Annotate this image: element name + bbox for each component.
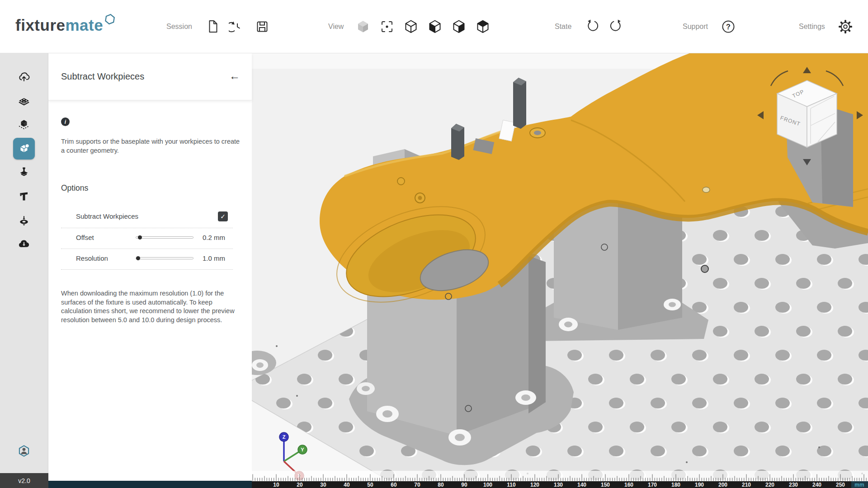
workpiece-on-plate-icon bbox=[18, 118, 30, 131]
options-heading: Options bbox=[61, 183, 88, 193]
undo-icon bbox=[583, 18, 600, 35]
ruler-number: 210 bbox=[742, 482, 751, 488]
ruler-number: 230 bbox=[789, 482, 798, 488]
supports-icon bbox=[18, 166, 30, 178]
top-view-button[interactable] bbox=[474, 18, 492, 36]
history-icon bbox=[229, 18, 246, 35]
ruler-number: 150 bbox=[601, 482, 610, 488]
session-label: Session bbox=[166, 23, 192, 31]
sidebar-item-subtract-workpieces[interactable] bbox=[13, 138, 35, 160]
redo-icon bbox=[608, 18, 625, 35]
ruler-number: 200 bbox=[718, 482, 727, 488]
top-toolbar: fixturemate Session bbox=[0, 0, 868, 53]
iso-cube-icon bbox=[402, 18, 420, 35]
sidebar-item-export[interactable] bbox=[13, 233, 35, 255]
ruler-number: 60 bbox=[391, 482, 397, 488]
logo-text-mate: mate bbox=[65, 16, 103, 34]
ruler-number: 250 bbox=[836, 482, 845, 488]
viewport-canvas[interactable]: TOP FRONT bbox=[252, 53, 868, 488]
subtract-workpieces-row: Subtract Workpieces ✓ bbox=[48, 207, 252, 227]
fit-view-button[interactable] bbox=[378, 18, 396, 36]
ruler-number: 160 bbox=[624, 482, 633, 488]
view-group: View bbox=[328, 0, 492, 53]
support-group: Support ? bbox=[683, 0, 737, 53]
offset-slider-track[interactable] bbox=[136, 236, 193, 239]
ruler-number: 170 bbox=[648, 482, 657, 488]
settings-group: Settings bbox=[799, 0, 854, 53]
ruler-number: 100 bbox=[483, 482, 492, 488]
ruler-number: 40 bbox=[344, 482, 350, 488]
resolution-slider-track[interactable] bbox=[136, 257, 193, 259]
version-bar: v2.0 bbox=[0, 473, 48, 488]
resolution-row: Resolution 1.0 mm bbox=[48, 249, 252, 269]
shading-mode-button[interactable] bbox=[354, 18, 372, 36]
ruler: 1020304050607080901001101201301401501601… bbox=[252, 471, 868, 488]
back-button[interactable]: ← bbox=[229, 70, 240, 82]
save-session-button[interactable] bbox=[253, 18, 271, 36]
viewport[interactable]: TOP FRONT bbox=[252, 53, 868, 488]
ruler-number: 120 bbox=[530, 482, 539, 488]
divider bbox=[61, 269, 233, 270]
offset-value: 0.2 mm bbox=[189, 234, 225, 241]
ruler-number: 90 bbox=[461, 482, 467, 488]
resolution-slider[interactable] bbox=[136, 257, 193, 261]
ruler-number: 30 bbox=[320, 482, 326, 488]
sidebar-item-clamps[interactable] bbox=[13, 185, 35, 207]
ruler-number: 80 bbox=[438, 482, 444, 488]
new-session-button[interactable] bbox=[203, 18, 222, 36]
support-label: Support bbox=[683, 23, 708, 31]
cloud-download-icon bbox=[18, 238, 30, 250]
panel-title: Subtract Workpieces bbox=[61, 71, 144, 82]
resolution-value: 1.0 mm bbox=[189, 254, 225, 262]
resolution-slider-thumb[interactable] bbox=[136, 256, 140, 260]
app-logo: fixturemate bbox=[15, 16, 116, 34]
subtract-workpieces-checkbox[interactable]: ✓ bbox=[218, 211, 228, 221]
front-view-button[interactable] bbox=[426, 18, 444, 36]
offset-slider[interactable] bbox=[136, 236, 193, 240]
subtract-workpieces-panel: Subtract Workpieces ← i Trim supports or… bbox=[48, 53, 252, 481]
sidebar-item-labels[interactable] bbox=[13, 210, 35, 232]
settings-label: Settings bbox=[799, 23, 825, 31]
sidebar-item-import-workpieces[interactable] bbox=[13, 66, 35, 88]
ruler-number: 70 bbox=[414, 482, 420, 488]
sidebar-item-supports[interactable] bbox=[13, 161, 35, 183]
panel-description: Trim supports or the baseplate with your… bbox=[61, 137, 240, 155]
sidebar-item-position-workpieces[interactable] bbox=[13, 114, 35, 136]
account-button[interactable] bbox=[13, 440, 35, 462]
undo-button[interactable] bbox=[583, 18, 601, 36]
svg-text:?: ? bbox=[726, 23, 731, 31]
cube-top-filled-icon bbox=[474, 18, 491, 35]
app-window: fixturemate Session bbox=[0, 0, 868, 488]
side-view-button[interactable] bbox=[450, 18, 468, 36]
ruler-number: 130 bbox=[554, 482, 563, 488]
help-button[interactable]: ? bbox=[719, 18, 737, 36]
ruler-unit-badge[interactable]: mm bbox=[854, 482, 864, 488]
account-icon bbox=[17, 444, 31, 458]
tool-sidebar bbox=[0, 53, 48, 473]
axis-z-label: Z bbox=[283, 434, 286, 440]
offset-slider-thumb[interactable] bbox=[138, 235, 142, 239]
state-group: State bbox=[555, 0, 626, 53]
ruler-number: 50 bbox=[367, 482, 373, 488]
ruler-number: 240 bbox=[812, 482, 821, 488]
label-ring-icon bbox=[18, 215, 30, 227]
ruler-number: 190 bbox=[695, 482, 704, 488]
view-label: View bbox=[328, 23, 344, 31]
redo-button[interactable] bbox=[608, 18, 626, 36]
checkbox-label: Subtract Workpieces bbox=[76, 212, 138, 220]
settings-button[interactable] bbox=[836, 18, 854, 36]
session-history-button[interactable] bbox=[228, 18, 246, 36]
check-glyph: ✓ bbox=[220, 213, 226, 220]
resolution-note: When downloading the maximum resolution … bbox=[61, 289, 241, 324]
fit-view-icon bbox=[378, 18, 396, 35]
ruler-number: 140 bbox=[577, 482, 586, 488]
sidebar-item-baseplate[interactable] bbox=[13, 90, 35, 112]
shaded-cube-icon bbox=[354, 18, 372, 35]
iso-view-button[interactable] bbox=[402, 18, 420, 36]
cube-right-filled-icon bbox=[450, 18, 467, 35]
save-icon bbox=[254, 18, 271, 35]
new-file-icon bbox=[204, 18, 221, 35]
gear-icon bbox=[837, 18, 854, 35]
subtract-workpieces-icon bbox=[17, 142, 31, 155]
ruler-number: 110 bbox=[507, 482, 516, 488]
